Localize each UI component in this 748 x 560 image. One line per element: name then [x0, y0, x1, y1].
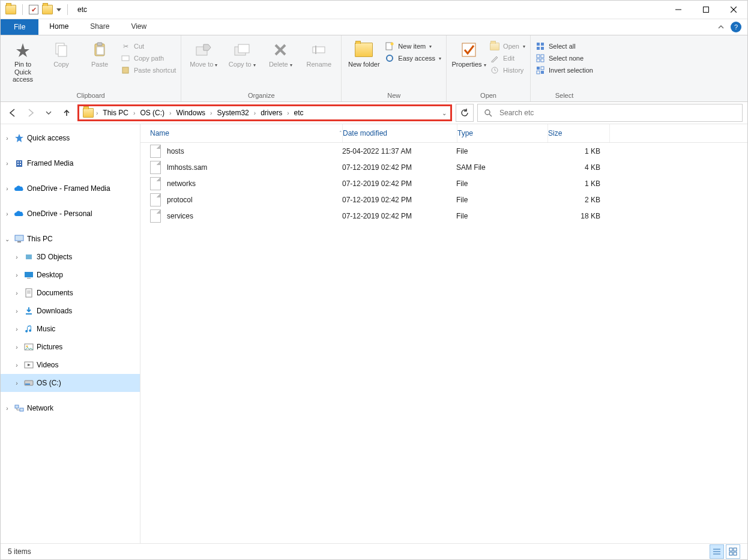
tree-item-thispc-child[interactable]: ›Pictures: [1, 338, 140, 356]
maximize-button[interactable]: [692, 1, 720, 19]
chevron-right-icon[interactable]: ›: [210, 110, 212, 116]
expand-icon[interactable]: ›: [3, 405, 11, 412]
expand-icon[interactable]: ›: [3, 160, 11, 167]
expand-icon[interactable]: ›: [3, 135, 11, 142]
tree-item-thispc-child[interactable]: ›3D Objects: [1, 248, 140, 266]
copy-button[interactable]: Copy: [44, 38, 79, 68]
svg-rect-65: [734, 548, 737, 551]
up-button[interactable]: [59, 106, 74, 120]
chevron-right-icon[interactable]: ›: [254, 110, 256, 116]
paste-shortcut-button[interactable]: Paste shortcut: [121, 65, 176, 75]
breadcrumb-segment[interactable]: OS (C:): [137, 109, 167, 117]
open-button[interactable]: Open ▾: [490, 41, 525, 51]
delete-button[interactable]: Delete ▾: [263, 38, 298, 68]
large-icons-view-button[interactable]: [726, 544, 740, 559]
edit-button[interactable]: Edit: [490, 53, 525, 63]
qat-properties-icon[interactable]: ✔: [29, 5, 38, 14]
tree-item-thispc-child[interactable]: ›OS (C:): [1, 374, 140, 392]
collapse-icon[interactable]: ⌄: [3, 236, 11, 242]
expand-icon[interactable]: ›: [13, 344, 21, 351]
cut-button[interactable]: ✂ Cut: [121, 41, 176, 51]
new-folder-button[interactable]: New folder: [346, 38, 381, 68]
expand-icon[interactable]: ›: [13, 380, 21, 387]
tree-item-this-pc[interactable]: ⌄ This PC: [1, 230, 140, 248]
history-button[interactable]: History: [490, 65, 525, 75]
svg-rect-44: [15, 235, 23, 241]
breadcrumb-segment[interactable]: This PC: [100, 109, 131, 117]
tab-view[interactable]: View: [120, 19, 157, 35]
move-to-button[interactable]: Move to ▾: [186, 38, 221, 68]
copy-to-button[interactable]: Copy to ▾: [225, 38, 259, 68]
tree-item-thispc-child[interactable]: ›Music: [1, 320, 140, 338]
help-button[interactable]: ?: [731, 22, 741, 32]
expand-icon[interactable]: ›: [13, 254, 21, 260]
chevron-right-icon[interactable]: ›: [96, 110, 98, 116]
tree-item-onedrive-framed[interactable]: › OneDrive - Framed Media: [1, 179, 140, 197]
paste-button[interactable]: Paste: [82, 38, 117, 68]
tree-item-thispc-child[interactable]: ›Videos: [1, 356, 140, 374]
tab-home[interactable]: Home: [38, 19, 79, 35]
column-header-size[interactable]: Size: [548, 124, 610, 142]
address-dropdown-button[interactable]: ⌄: [442, 110, 447, 116]
tree-item-thispc-child[interactable]: ›Desktop: [1, 266, 140, 284]
rename-button[interactable]: Rename: [301, 38, 336, 68]
details-view-button[interactable]: [710, 544, 724, 559]
tab-share[interactable]: Share: [79, 19, 120, 35]
column-header-name[interactable]: Name˄: [140, 124, 343, 142]
tree-item-network[interactable]: › Network: [1, 399, 140, 417]
forward-button[interactable]: [23, 106, 38, 120]
select-none-button[interactable]: Select none: [535, 53, 593, 63]
tree-item-framed-media[interactable]: › Framed Media: [1, 154, 140, 172]
breadcrumb-segment[interactable]: System32: [214, 109, 251, 117]
pin-to-quick-access-button[interactable]: Pin to Quick access: [5, 38, 40, 83]
expand-icon[interactable]: ›: [13, 272, 21, 278]
refresh-button[interactable]: [456, 104, 474, 122]
copy-path-button[interactable]: Copy path: [121, 53, 176, 63]
file-row[interactable]: services07-12-2019 02:42 PMFile18 KB: [140, 208, 747, 224]
column-header-type[interactable]: Type: [457, 124, 548, 142]
file-row[interactable]: networks07-12-2019 02:42 PMFile1 KB: [140, 175, 747, 191]
copy-to-icon: [232, 40, 252, 59]
chevron-right-icon[interactable]: ›: [133, 110, 135, 116]
file-row[interactable]: protocol07-12-2019 02:42 PMFile2 KB: [140, 191, 747, 208]
file-row[interactable]: lmhosts.sam07-12-2019 02:42 PMSAM File4 …: [140, 159, 747, 175]
search-input[interactable]: [498, 108, 736, 118]
search-box[interactable]: [477, 104, 743, 122]
new-item-button[interactable]: New item ▾: [385, 41, 441, 51]
tree-item-thispc-child[interactable]: ›Documents: [1, 284, 140, 302]
file-row[interactable]: hosts25-04-2022 11:37 AMFile1 KB: [140, 143, 747, 159]
svg-rect-9: [97, 47, 104, 55]
tree-item-onedrive-personal[interactable]: › OneDrive - Personal: [1, 205, 140, 223]
navigation-tree[interactable]: › Quick access › Framed Media ›: [1, 124, 140, 543]
svg-rect-34: [537, 71, 540, 74]
svg-rect-14: [238, 44, 249, 53]
tree-item-quick-access[interactable]: › Quick access: [1, 129, 140, 147]
chevron-right-icon[interactable]: ›: [169, 110, 171, 116]
svg-point-54: [26, 346, 28, 348]
select-all-button[interactable]: Select all: [535, 41, 593, 51]
easy-access-button[interactable]: Easy access ▾: [385, 53, 441, 63]
expand-icon[interactable]: ›: [3, 185, 11, 192]
recent-locations-button[interactable]: [41, 106, 56, 120]
address-bar[interactable]: › This PC › OS (C:) › Windows › System32…: [77, 104, 452, 121]
breadcrumb-segment[interactable]: drivers: [258, 109, 285, 117]
expand-icon[interactable]: ›: [13, 290, 21, 297]
qat-newfolder-icon[interactable]: [42, 5, 53, 14]
breadcrumb-segment[interactable]: etc: [291, 109, 306, 117]
tree-item-thispc-child[interactable]: ›Downloads: [1, 302, 140, 320]
breadcrumb-segment[interactable]: Windows: [173, 109, 208, 117]
tab-file[interactable]: File: [1, 19, 38, 35]
qat-customize-dropdown[interactable]: [56, 7, 61, 12]
invert-selection-button[interactable]: Invert selection: [535, 65, 593, 75]
minimize-button[interactable]: [665, 1, 692, 19]
chevron-right-icon[interactable]: ›: [287, 110, 289, 116]
expand-icon[interactable]: ›: [3, 211, 11, 217]
column-header-date[interactable]: Date modified: [343, 124, 457, 142]
back-button[interactable]: [5, 106, 20, 120]
collapse-ribbon-button[interactable]: [717, 23, 727, 31]
expand-icon[interactable]: ›: [13, 326, 21, 333]
expand-icon[interactable]: ›: [13, 362, 21, 369]
properties-button[interactable]: Properties ▾: [451, 38, 486, 68]
close-button[interactable]: [720, 1, 747, 19]
expand-icon[interactable]: ›: [13, 308, 21, 315]
